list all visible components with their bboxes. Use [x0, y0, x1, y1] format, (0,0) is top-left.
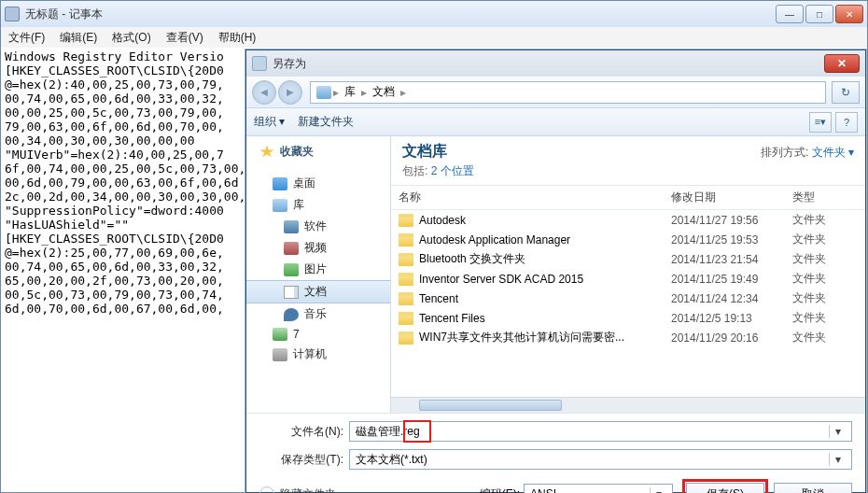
col-type[interactable]: 类型 — [792, 190, 858, 205]
tree-music[interactable]: 音乐 — [246, 303, 390, 325]
file-type: 文件夹 — [792, 271, 858, 287]
save-button[interactable]: 保存(S) — [686, 483, 764, 493]
minimize-button[interactable]: — — [776, 5, 804, 23]
dialog-title: 另存为 — [273, 56, 306, 72]
filename-dropdown-arrow[interactable]: ▾ — [829, 425, 846, 438]
library-icon — [316, 86, 331, 99]
file-name: Tencent — [419, 292, 671, 305]
close-button[interactable]: ✕ — [835, 5, 863, 23]
chevron-up-icon: ▲ — [259, 486, 274, 493]
video-icon — [284, 242, 299, 255]
encoding-value: ANSI — [530, 487, 556, 493]
file-date: 2014/11/25 19:53 — [671, 233, 792, 246]
nav-forward-button[interactable]: ► — [278, 80, 302, 105]
file-type: 文件夹 — [792, 290, 858, 306]
tree-favorites[interactable]: 收藏夹 — [246, 140, 390, 163]
menu-edit[interactable]: 编辑(E) — [52, 30, 105, 46]
encoding-label: 编码(E): — [480, 486, 520, 494]
save-icon — [252, 56, 267, 71]
folder-icon — [399, 214, 413, 227]
folder-icon — [399, 312, 413, 325]
file-row[interactable]: Bluetooth 交换文件夹2014/11/23 21:54文件夹 — [391, 249, 865, 269]
help-button[interactable]: ? — [835, 112, 858, 133]
menu-view[interactable]: 查看(V) — [159, 30, 211, 46]
file-row[interactable]: Inventor Server SDK ACAD 20152014/11/25 … — [391, 269, 865, 289]
arrange-by-dropdown[interactable]: 文件夹 ▾ — [812, 146, 854, 159]
file-list: Autodesk2014/11/27 19:56文件夹Autodesk Appl… — [391, 210, 865, 397]
file-row[interactable]: WIN7共享文件夹其他计算机访问需要密...2014/11/29 20:16文件… — [391, 328, 865, 347]
organize-button[interactable]: 组织 ▾ — [254, 114, 285, 130]
col-name[interactable]: 名称 — [399, 190, 671, 205]
filename-value: 磁盘管理.reg — [356, 424, 420, 440]
picture-icon — [284, 263, 299, 276]
libraries-icon — [273, 199, 287, 212]
refresh-button[interactable]: ↻ — [832, 81, 860, 104]
tree-seven[interactable]: 7 — [246, 325, 390, 344]
dialog-toolbar: 组织 ▾ 新建文件夹 ≡▾ ? — [246, 108, 865, 136]
menu-help[interactable]: 帮助(H) — [211, 30, 264, 46]
file-row[interactable]: Tencent2014/11/24 12:34文件夹 — [391, 289, 865, 308]
dialog-close-button[interactable]: ✕ — [824, 54, 860, 73]
encoding-combobox[interactable]: ANSI ▾ — [524, 484, 673, 493]
tree-desktop[interactable]: 桌面 — [246, 173, 390, 194]
tree-libraries[interactable]: 库 — [246, 194, 390, 216]
notepad-titlebar: 无标题 - 记事本 — □ ✕ — [1, 1, 867, 27]
file-date: 2014/11/23 21:54 — [671, 253, 792, 266]
file-row[interactable]: Autodesk2014/11/27 19:56文件夹 — [391, 210, 865, 230]
column-headers[interactable]: 名称 修改日期 类型 — [391, 186, 865, 210]
software-icon — [284, 220, 299, 233]
folder-icon — [399, 292, 413, 305]
tree-software[interactable]: 软件 — [246, 216, 390, 237]
breadcrumb-docs[interactable]: 文档 — [369, 84, 399, 100]
file-row[interactable]: Autodesk Application Manager2014/11/25 1… — [391, 230, 865, 249]
pane-heading: 文档库 — [402, 142, 474, 162]
tree-computer[interactable]: 计算机 — [246, 344, 390, 365]
file-row[interactable]: Tencent Files2014/12/5 19:13文件夹 — [391, 308, 865, 328]
pane-subtext-prefix: 包括: — [402, 164, 431, 177]
arrange-label: 排列方式: — [761, 146, 808, 159]
music-icon — [284, 308, 299, 321]
breadcrumb-lib[interactable]: 库 — [341, 84, 359, 100]
tree-pictures[interactable]: 图片 — [246, 259, 390, 280]
menu-format[interactable]: 格式(O) — [105, 30, 158, 46]
notepad-menubar: 文件(F) 编辑(E) 格式(O) 查看(V) 帮助(H) — [1, 27, 867, 48]
filetype-dropdown-arrow[interactable]: ▾ — [829, 453, 846, 466]
file-date: 2014/11/24 12:34 — [671, 292, 792, 305]
menu-file[interactable]: 文件(F) — [1, 30, 52, 46]
file-type: 文件夹 — [792, 330, 858, 345]
filetype-combobox[interactable]: 文本文档(*.txt) ▾ — [349, 449, 852, 470]
cancel-button[interactable]: 取消 — [774, 483, 852, 493]
filename-label: 文件名(N): — [259, 424, 343, 440]
folder-icon — [399, 331, 413, 345]
hide-folders-toggle[interactable]: ▲ 隐藏文件夹 — [259, 486, 336, 494]
horizontal-scrollbar[interactable] — [391, 397, 865, 413]
file-name: Bluetooth 交换文件夹 — [419, 251, 671, 267]
file-name: Autodesk — [419, 214, 671, 227]
encoding-dropdown-arrow[interactable]: ▾ — [650, 487, 666, 493]
file-name: WIN7共享文件夹其他计算机访问需要密... — [419, 330, 671, 345]
notepad-title: 无标题 - 记事本 — [25, 7, 103, 22]
pane-header: 文档库 包括: 2 个位置 排列方式: 文件夹 ▾ — [391, 136, 865, 186]
col-date[interactable]: 修改日期 — [671, 190, 792, 205]
file-name: Tencent Files — [419, 312, 671, 325]
navigation-tree: 收藏夹 桌面 库 软件 视频 图片 文档 音乐 7 计算机 — [246, 136, 391, 413]
dialog-titlebar: 另存为 ✕ — [246, 50, 865, 77]
star-icon — [259, 146, 274, 159]
desktop-icon — [273, 177, 287, 190]
file-type: 文件夹 — [792, 232, 858, 247]
maximize-button[interactable]: □ — [805, 5, 833, 23]
file-name: Inventor Server SDK ACAD 2015 — [419, 273, 671, 286]
tree-videos[interactable]: 视频 — [246, 237, 390, 259]
nav-back-button[interactable]: ◄ — [252, 80, 276, 105]
folder-icon — [399, 273, 413, 286]
file-type: 文件夹 — [792, 212, 858, 228]
newfolder-button[interactable]: 新建文件夹 — [298, 114, 354, 130]
notepad-icon — [5, 7, 20, 21]
view-options-button[interactable]: ≡▾ — [809, 112, 832, 133]
pane-locations-link[interactable]: 2 个位置 — [431, 164, 474, 177]
address-bar[interactable]: 库 文档 — [310, 81, 826, 104]
filetype-value: 文本文档(*.txt) — [356, 452, 427, 468]
file-date: 2014/11/29 20:16 — [671, 331, 792, 345]
filename-input[interactable]: 磁盘管理.reg ▾ — [349, 421, 852, 442]
tree-documents[interactable]: 文档 — [246, 280, 390, 303]
